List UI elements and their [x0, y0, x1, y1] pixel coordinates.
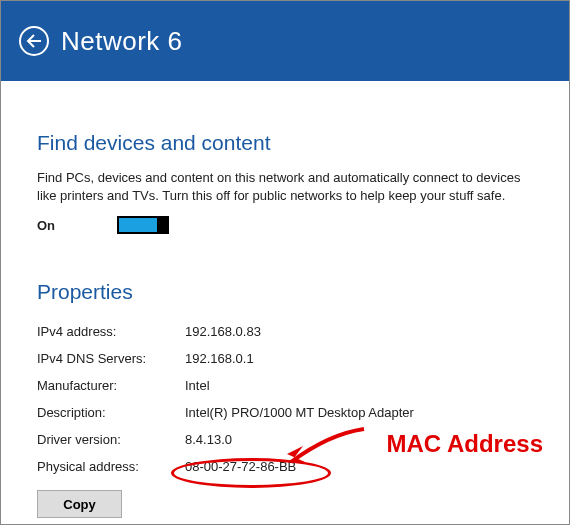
toggle-fill: [119, 218, 157, 232]
toggle-thumb: [157, 218, 167, 232]
find-devices-description: Find PCs, devices and content on this ne…: [37, 169, 533, 204]
page-title: Network 6: [61, 26, 183, 57]
content-area: Find devices and content Find PCs, devic…: [1, 81, 569, 525]
property-label: Physical address:: [37, 459, 185, 474]
property-label: IPv4 DNS Servers:: [37, 351, 185, 366]
properties-list: IPv4 address: 192.168.0.83 IPv4 DNS Serv…: [37, 318, 533, 480]
property-label: IPv4 address:: [37, 324, 185, 339]
property-label: Driver version:: [37, 432, 185, 447]
property-value: Intel(R) PRO/1000 MT Desktop Adapter: [185, 405, 414, 420]
find-devices-heading: Find devices and content: [37, 131, 533, 155]
property-row: Manufacturer: Intel: [37, 372, 533, 399]
property-value: Intel: [185, 378, 210, 393]
property-row: IPv4 address: 192.168.0.83: [37, 318, 533, 345]
property-row: Description: Intel(R) PRO/1000 MT Deskto…: [37, 399, 533, 426]
find-devices-toggle-row: On: [37, 216, 533, 234]
back-button[interactable]: [19, 26, 49, 56]
property-row: Driver version: 8.4.13.0: [37, 426, 533, 453]
property-label: Manufacturer:: [37, 378, 185, 393]
property-label: Description:: [37, 405, 185, 420]
property-value: 192.168.0.1: [185, 351, 254, 366]
toggle-state-label: On: [37, 218, 117, 233]
property-value: 8.4.13.0: [185, 432, 232, 447]
window-header: Network 6: [1, 1, 569, 81]
property-value: 192.168.0.83: [185, 324, 261, 339]
properties-heading: Properties: [37, 280, 533, 304]
copy-button[interactable]: Copy: [37, 490, 122, 518]
find-devices-toggle[interactable]: [117, 216, 169, 234]
arrow-left-icon: [26, 34, 42, 48]
property-row: IPv4 DNS Servers: 192.168.0.1: [37, 345, 533, 372]
property-row: Physical address: 08-00-27-72-86-BB: [37, 453, 533, 480]
property-value: 08-00-27-72-86-BB: [185, 459, 296, 474]
